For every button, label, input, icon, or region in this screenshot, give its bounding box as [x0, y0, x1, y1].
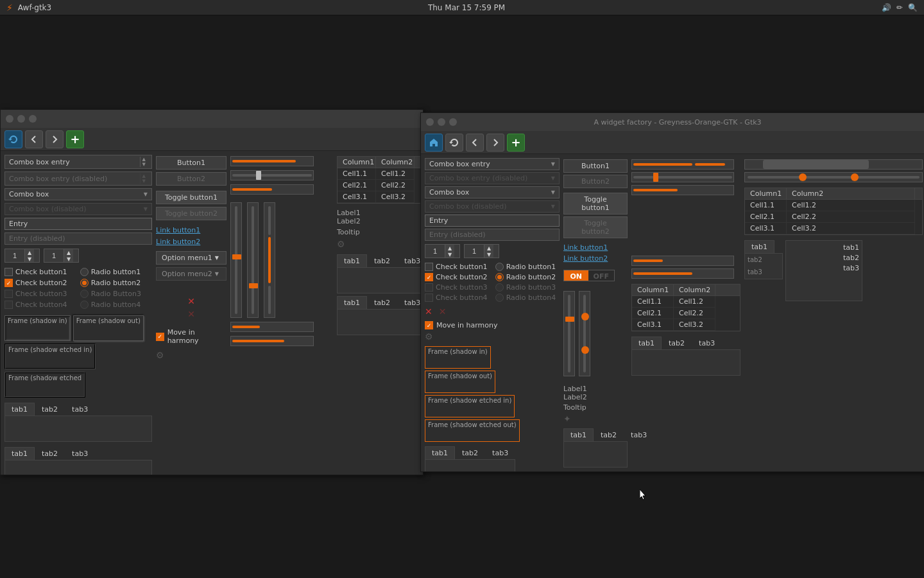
- spin-button-1[interactable]: ▲ ▼: [4, 249, 40, 263]
- tab3-bottom[interactable]: tab3: [65, 447, 95, 460]
- tab1-r2[interactable]: tab1: [337, 296, 367, 309]
- hslider-4[interactable]: [230, 336, 314, 346]
- win2-min[interactable]: [438, 118, 445, 126]
- win2-spin-input-2[interactable]: [465, 247, 484, 255]
- spin-down-2[interactable]: ▼: [64, 256, 73, 262]
- entry-field[interactable]: Entry: [4, 218, 152, 230]
- close-button[interactable]: [6, 115, 13, 123]
- tab3-r1[interactable]: tab3: [397, 254, 423, 267]
- win2-hscrollbar[interactable]: [744, 159, 923, 170]
- win2-vslider-1[interactable]: [563, 291, 575, 376]
- win2-hslider-range[interactable]: [631, 185, 734, 195]
- win2-hslider-4[interactable]: [631, 268, 734, 279]
- win2-tgr1-tab1[interactable]: tab1: [744, 240, 774, 253]
- tab3-r2[interactable]: tab3: [397, 296, 423, 309]
- win2-add-button[interactable]: +: [507, 134, 525, 152]
- tab2-item[interactable]: tab2: [35, 403, 65, 416]
- combo-box-entry[interactable]: Combo box entry ▲ ▼: [4, 155, 152, 169]
- win2-back-button[interactable]: [466, 134, 484, 152]
- win2-move-harmony-check[interactable]: ✓: [425, 321, 433, 329]
- win2-tab1[interactable]: tab1: [425, 446, 455, 459]
- search-icon: 🔍: [908, 3, 918, 12]
- vslider-1[interactable]: [230, 202, 242, 318]
- option-menu2[interactable]: Option menu2 ▼: [156, 267, 227, 281]
- toggle-button1[interactable]: Toggle button1: [156, 191, 227, 204]
- win2-spin-input-1[interactable]: [425, 247, 445, 255]
- tab1-bottom[interactable]: tab1: [4, 447, 35, 460]
- hslider-range-1[interactable]: [230, 184, 314, 195]
- add-button[interactable]: +: [66, 130, 84, 148]
- maximize-button[interactable]: [29, 115, 37, 123]
- win2-tg2-tab2[interactable]: tab2: [662, 337, 692, 349]
- win2-spin-2[interactable]: ▲ ▼: [464, 244, 499, 258]
- win2-home-button[interactable]: [425, 134, 443, 152]
- tab1-item[interactable]: tab1: [4, 403, 35, 416]
- win2-hslider-2[interactable]: [631, 172, 734, 182]
- win2-link-button2[interactable]: Link button2: [563, 254, 608, 263]
- hslider-3[interactable]: [230, 322, 314, 332]
- win2-spin-down-2[interactable]: ▼: [484, 251, 493, 258]
- win2-on-off-toggle[interactable]: ON OFF: [563, 270, 615, 281]
- tab2-r2[interactable]: tab2: [367, 296, 397, 309]
- win2-hslider-3[interactable]: [631, 256, 734, 266]
- move-harmony-check[interactable]: ✓: [156, 333, 164, 341]
- spin-input-1[interactable]: [5, 252, 24, 259]
- win2-hslider-1[interactable]: [631, 159, 734, 170]
- button1[interactable]: Button1: [156, 156, 227, 170]
- spin-button-2[interactable]: ▲ ▼: [44, 249, 79, 263]
- radio-button-2[interactable]: [80, 279, 89, 287]
- win2-hrange[interactable]: [744, 172, 923, 182]
- spin-up-1[interactable]: ▲: [25, 249, 34, 256]
- tab1-r1[interactable]: tab1: [337, 254, 367, 267]
- win2-link-button1[interactable]: Link button1: [563, 243, 608, 252]
- win2-tg2-tab3[interactable]: tab3: [692, 337, 722, 349]
- win2-radio-2[interactable]: [495, 273, 504, 281]
- win2-max[interactable]: [449, 118, 457, 126]
- win2-toggle-button1[interactable]: Toggle button1: [563, 193, 628, 215]
- win2-check-1[interactable]: [425, 263, 433, 271]
- win2-spin-up-2[interactable]: ▲: [484, 245, 493, 251]
- spin-input-2[interactable]: [44, 252, 64, 259]
- back-button[interactable]: [25, 130, 43, 148]
- win2-combo-box[interactable]: Combo box ▼: [425, 186, 560, 198]
- win2-label1: Label1: [563, 385, 628, 393]
- win2-forward-button[interactable]: [486, 134, 504, 152]
- vslider-range[interactable]: [264, 202, 275, 318]
- win2-close[interactable]: [426, 118, 434, 126]
- win2-spin-up-1[interactable]: ▲: [445, 245, 454, 251]
- minimize-button[interactable]: [17, 115, 25, 123]
- win2-vslider-range[interactable]: [579, 291, 590, 376]
- tab3-item[interactable]: tab3: [65, 403, 95, 416]
- win2-check-2[interactable]: ✓: [425, 273, 433, 281]
- tab2-bottom[interactable]: tab2: [35, 447, 65, 460]
- win2-toggle-on[interactable]: ON: [564, 270, 588, 281]
- win2-tab2[interactable]: tab2: [455, 446, 485, 459]
- spin-down-1[interactable]: ▼: [25, 256, 34, 262]
- win2-tg2-tab1[interactable]: tab1: [631, 337, 662, 349]
- win2-spin-1[interactable]: ▲ ▼: [425, 244, 460, 258]
- link-button1[interactable]: Link button1: [156, 226, 200, 234]
- check-button-2[interactable]: ✓: [4, 279, 13, 287]
- refresh-button[interactable]: [4, 130, 22, 148]
- hslider-2[interactable]: [230, 170, 314, 180]
- option-menu1[interactable]: Option menu1 ▼: [156, 251, 227, 265]
- check-button-1[interactable]: [4, 268, 13, 276]
- link-button2[interactable]: Link button2: [156, 238, 200, 246]
- forward-button[interactable]: [46, 130, 64, 148]
- spin-up-2[interactable]: ▲: [64, 249, 73, 256]
- win2-tab3[interactable]: tab3: [485, 446, 515, 459]
- win2-entry[interactable]: Entry: [425, 215, 560, 227]
- combo-box[interactable]: Combo box ▼: [4, 188, 152, 200]
- win2-combo-entry[interactable]: Combo box entry ▼: [425, 158, 560, 170]
- vslider-2[interactable]: [247, 202, 259, 318]
- win2-toggle-off[interactable]: OFF: [588, 270, 614, 281]
- hslider-1[interactable]: [230, 156, 314, 166]
- win2-refresh-button[interactable]: [445, 134, 463, 152]
- win2-tab1-r1[interactable]: tab1: [563, 428, 594, 441]
- win2-button1[interactable]: Button1: [563, 159, 628, 173]
- tab2-r1[interactable]: tab2: [367, 254, 397, 267]
- win2-tab2-r1[interactable]: tab2: [594, 428, 624, 441]
- radio-button-1[interactable]: [80, 268, 89, 276]
- win2-radio-1[interactable]: [495, 263, 504, 271]
- win2-spin-down-1[interactable]: ▼: [445, 251, 454, 258]
